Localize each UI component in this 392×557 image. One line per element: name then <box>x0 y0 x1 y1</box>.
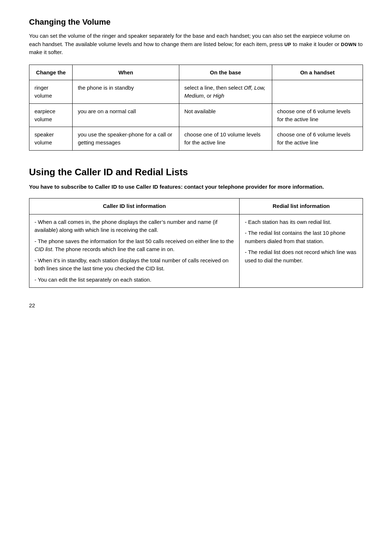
section1-intro: You can set the volume of the ringer and… <box>29 32 363 57</box>
table-row: speaker volume you use the speaker-phone… <box>29 127 363 151</box>
row2-change: earpiece volume <box>29 103 73 127</box>
list-item: - The redial list contains the last 10 p… <box>245 229 358 245</box>
caller-id-header: Caller ID list information <box>29 198 240 214</box>
list-item: - You can edit the list separately on ea… <box>34 276 234 284</box>
col-header-when: When <box>73 65 179 80</box>
list-item: - Each station has its own redial list. <box>245 218 358 226</box>
redial-info: - Each station has its own redial list. … <box>240 214 363 288</box>
list-item: - The redial list does not record which … <box>245 248 358 265</box>
row1-base: select a line, then select Off, Low,Medi… <box>179 80 272 104</box>
caller-info-row: - When a call comes in, the phone displa… <box>29 214 363 288</box>
table-row: ringer volume the phone is in standby se… <box>29 80 363 104</box>
row3-when: you use the speaker-phone for a call or … <box>73 127 179 151</box>
caller-id-table: Caller ID list information Redial list i… <box>29 198 363 288</box>
row1-handset <box>272 80 363 104</box>
col-header-handset: On a handset <box>272 65 363 80</box>
list-item: - When a call comes in, the phone displa… <box>34 218 234 234</box>
keyword-down: DOWN <box>341 42 356 47</box>
page-number: 22 <box>29 302 363 308</box>
volume-table: Change the When On the base On a handset… <box>29 65 363 151</box>
col-header-base: On the base <box>179 65 272 80</box>
row2-handset: choose one of 6 volume levels for the ac… <box>272 103 363 127</box>
redial-header: Redial list information <box>240 198 363 214</box>
redial-list: - Each station has its own redial list. … <box>245 218 358 265</box>
table-row: earpiece volume you are on a normal call… <box>29 103 363 127</box>
caller-id-list: - When a call comes in, the phone displa… <box>34 218 234 284</box>
section1-title: Changing the Volume <box>29 17 363 27</box>
row1-when: the phone is in standby <box>73 80 179 104</box>
row1-change: ringer volume <box>29 80 73 104</box>
row2-when: you are on a normal call <box>73 103 179 127</box>
row3-handset: choose one of 6 volume levels for the ac… <box>272 127 363 151</box>
list-item: - The phone saves the information for th… <box>34 237 234 254</box>
col-header-change: Change the <box>29 65 73 80</box>
list-item: - When it's in standby, each station dis… <box>34 257 234 273</box>
row3-base: choose one of 10 volume levels for the a… <box>179 127 272 151</box>
caller-id-info: - When a call comes in, the phone displa… <box>29 214 240 288</box>
row2-base: Not available <box>179 103 272 127</box>
row3-change: speaker volume <box>29 127 73 151</box>
keyword-up: UP <box>284 42 291 47</box>
section2-title: Using the Caller ID and Redial Lists <box>29 167 363 178</box>
section2-subtitle: You have to subscribe to Caller ID to us… <box>29 183 363 191</box>
